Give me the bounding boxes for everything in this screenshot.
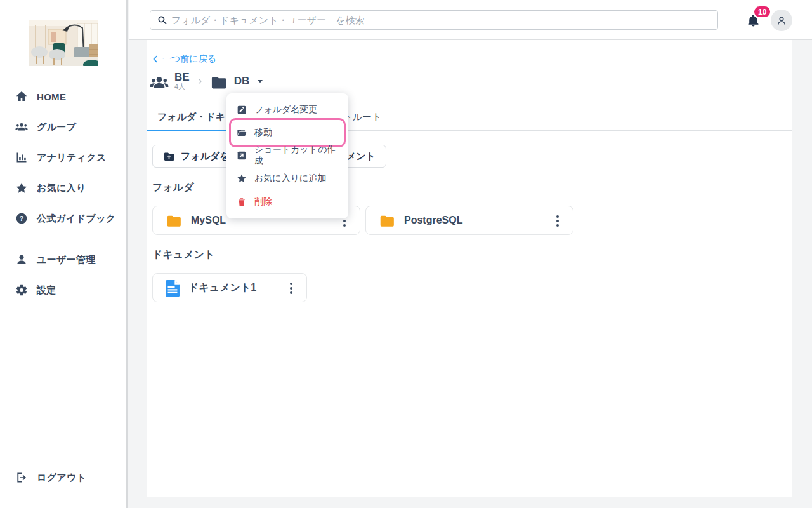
sidebar-item-home[interactable]: HOME (0, 81, 126, 112)
move-folder-icon (237, 128, 247, 138)
delete-icon (237, 197, 247, 207)
folder-icon (210, 74, 228, 89)
sidebar-item-favorites[interactable]: お気に入り (0, 173, 126, 203)
chevron-left-icon (151, 55, 160, 64)
folder-context-menu: フォルダ名変更 移動 ショートカットの作成 お気に入りに追加 削除 (226, 93, 348, 218)
home-icon (15, 90, 28, 103)
folder-icon (379, 213, 395, 228)
group-icon (150, 73, 169, 90)
folder-card-postgresql[interactable]: PostgreSQL (365, 206, 573, 235)
menu-item-label: 削除 (254, 196, 272, 208)
current-folder-name: DB (234, 75, 250, 88)
folder-name: PostgreSQL (404, 215, 462, 226)
menu-item-label: お気に入りに追加 (254, 173, 326, 184)
menu-item-label: ショートカットの作成 (254, 144, 338, 167)
svg-text:?: ? (20, 215, 24, 222)
logo-image[interactable] (29, 20, 98, 66)
rename-icon (237, 105, 247, 115)
breadcrumb-current-folder[interactable]: DB (210, 74, 265, 89)
folders-section-title: フォルダ (152, 181, 194, 194)
sidebar-item-analytics[interactable]: アナリティクス (0, 142, 126, 173)
avatar[interactable] (771, 10, 792, 31)
guidebook-icon: ? (15, 212, 28, 225)
sidebar-item-label: お気に入り (37, 182, 86, 194)
group-member-count: 4人 (174, 83, 190, 91)
sidebar-item-label: HOME (37, 91, 66, 102)
chevron-right-icon (196, 77, 204, 85)
notification-count-badge: 10 (753, 5, 771, 18)
documents-section-title: ドキュメント (152, 248, 214, 262)
star-icon (15, 182, 28, 194)
back-link[interactable]: 一つ前に戻る (151, 53, 216, 65)
folder-name: MySQL (191, 215, 226, 226)
sidebar-item-groups[interactable]: グループ (0, 112, 126, 142)
sidebar: HOME グループ アナリティクス お気に入り ? 公式ガイドブック ユーザー管… (0, 0, 128, 508)
logout-icon (15, 471, 28, 484)
caret-down-icon[interactable] (256, 77, 265, 86)
search-icon (157, 15, 167, 25)
document-cards: ドキュメント1 (152, 273, 307, 302)
menu-item-create-shortcut[interactable]: ショートカットの作成 (226, 144, 348, 167)
group-icon (15, 121, 28, 133)
sidebar-item-label: 設定 (37, 284, 56, 297)
analytics-icon (15, 151, 28, 164)
sidebar-item-logout[interactable]: ログアウト (0, 462, 126, 493)
sidebar-item-label: グループ (37, 121, 76, 133)
menu-item-move[interactable]: 移動 (226, 121, 348, 144)
office-interior-photo (29, 20, 98, 66)
kebab-menu-button[interactable] (282, 277, 300, 300)
sidebar-item-guidebook[interactable]: ? 公式ガイドブック (0, 203, 126, 234)
user-avatar-icon (775, 14, 788, 27)
search-box (150, 10, 718, 30)
top-header: 10 (129, 0, 812, 40)
sidebar-item-label: アナリティクス (37, 152, 107, 164)
menu-item-label: フォルダ名変更 (254, 104, 317, 116)
breadcrumb: BE 4人 DB (150, 69, 265, 93)
shortcut-icon (237, 150, 247, 161)
menu-item-add-favorite[interactable]: お気に入りに追加 (226, 167, 348, 190)
sidebar-item-settings[interactable]: 設定 (0, 275, 126, 305)
sidebar-item-label: 公式ガイドブック (37, 213, 116, 225)
folder-plus-icon (163, 150, 175, 163)
menu-item-delete[interactable]: 削除 (226, 190, 348, 213)
folder-cards: MySQL PostgreSQL (152, 206, 573, 235)
document-card[interactable]: ドキュメント1 (152, 273, 307, 302)
add-favorite-icon (237, 173, 247, 184)
sidebar-item-label: ユーザー管理 (37, 254, 96, 266)
breadcrumb-group[interactable]: BE 4人 (150, 72, 190, 90)
gear-icon (15, 284, 28, 297)
back-link-label: 一つ前に戻る (162, 53, 216, 65)
group-name: BE (174, 72, 190, 83)
sidebar-item-label: ログアウト (37, 472, 86, 484)
folder-icon (166, 213, 182, 228)
document-name: ドキュメント1 (188, 281, 256, 295)
menu-item-label: 移動 (254, 127, 272, 138)
user-icon (15, 253, 28, 266)
document-icon (166, 280, 180, 295)
sidebar-item-user-management[interactable]: ユーザー管理 (0, 244, 126, 275)
search-input[interactable] (171, 15, 711, 25)
kebab-menu-button[interactable] (549, 210, 566, 232)
menu-item-rename-folder[interactable]: フォルダ名変更 (226, 98, 348, 121)
